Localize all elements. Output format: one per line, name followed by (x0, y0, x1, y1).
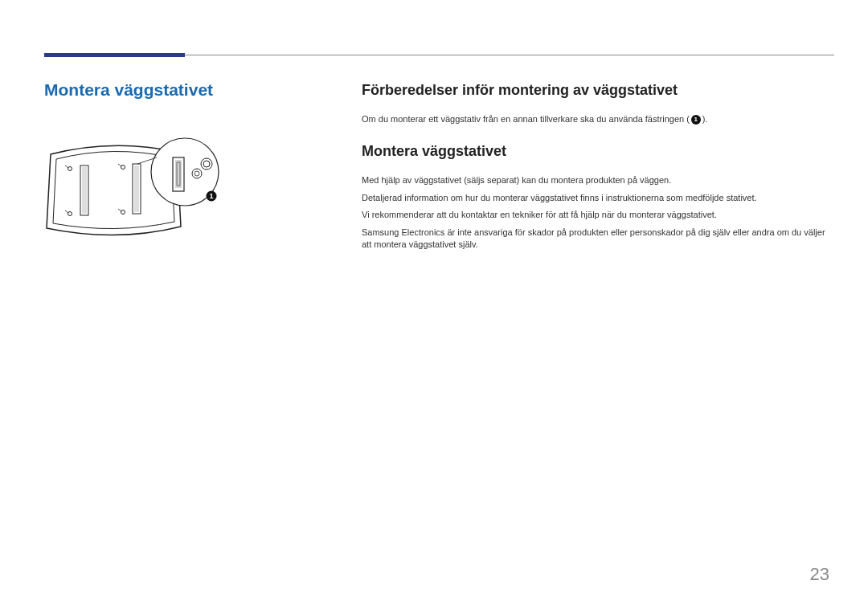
wall-mount-diagram: 1 (44, 124, 225, 256)
section-preparations: Förberedelser inför montering av väggsta… (362, 82, 826, 125)
svg-rect-3 (134, 166, 139, 212)
section2-p3: Vi rekommenderar att du kontaktar en tek… (362, 209, 826, 221)
svg-point-8 (121, 166, 125, 170)
left-heading: Montera väggstativet (44, 80, 225, 100)
svg-text:1: 1 (209, 192, 213, 200)
left-column: Montera väggstativet (44, 80, 225, 256)
section1-text: Om du monterar ett väggstativ från en an… (362, 113, 826, 125)
svg-point-6 (68, 212, 72, 216)
svg-point-10 (121, 210, 125, 215)
section2-p2: Detaljerad information om hur du montera… (362, 192, 826, 204)
text-span: ). (702, 114, 708, 124)
text-span: Om du monterar ett väggstativ från en an… (362, 114, 690, 124)
svg-line-5 (65, 166, 68, 168)
section1-heading: Förberedelser inför montering av väggsta… (362, 82, 826, 99)
svg-point-4 (68, 167, 72, 171)
callout-badge-1: 1 (691, 115, 701, 125)
svg-rect-1 (82, 167, 87, 214)
right-column: Förberedelser inför montering av väggsta… (362, 82, 826, 255)
svg-line-11 (118, 209, 121, 211)
section-mount: Montera väggstativet Med hjälp av väggst… (362, 143, 826, 251)
section2-p4: Samsung Electronics är inte ansvariga fö… (362, 227, 826, 251)
svg-line-9 (118, 164, 121, 166)
section2-p1: Med hjälp av väggstativet (säljs separat… (362, 174, 826, 186)
page-number: 23 (810, 564, 829, 585)
svg-line-7 (65, 210, 68, 213)
header-accent-bar (44, 53, 185, 57)
section2-heading: Montera väggstativet (362, 143, 826, 160)
